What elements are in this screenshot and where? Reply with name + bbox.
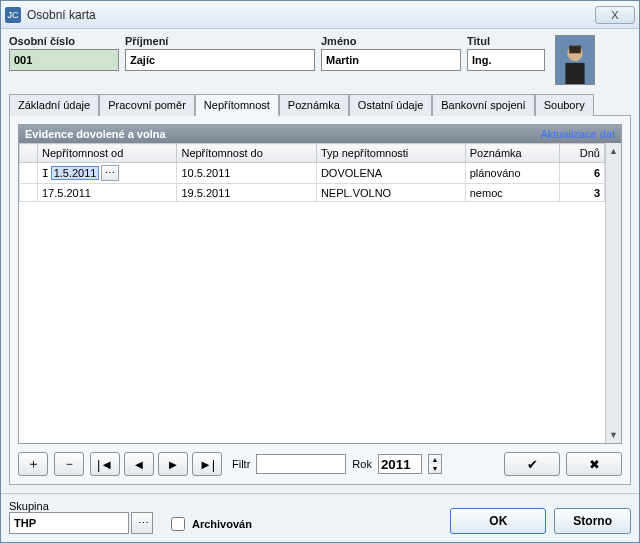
cell-pozn[interactable]: nemoc xyxy=(465,184,559,202)
input-prijmeni[interactable] xyxy=(125,49,315,71)
table-row[interactable]: 17.5.2011 19.5.2011 NEPL.VOLNO nemoc 3 xyxy=(20,184,605,202)
tab-bankovni-spojeni[interactable]: Bankovní spojení xyxy=(432,94,534,116)
archiv-checkbox-wrap: Archivován xyxy=(167,514,252,534)
close-button[interactable]: X xyxy=(595,6,635,24)
filter-label: Filtr xyxy=(232,458,250,470)
tab-zakladni-udaje[interactable]: Základní údaje xyxy=(9,94,99,116)
check-icon: ✔ xyxy=(527,457,538,472)
label-titul: Titul xyxy=(467,35,545,47)
tab-pracovni-pomer[interactable]: Pracovní poměr xyxy=(99,94,195,116)
col-do[interactable]: Nepřítomnost do xyxy=(177,144,316,163)
input-osobni-cislo[interactable] xyxy=(9,49,119,71)
col-typ[interactable]: Typ nepřítomnosti xyxy=(316,144,465,163)
photo xyxy=(555,35,595,85)
app-icon: JC xyxy=(5,7,21,23)
input-skupina[interactable] xyxy=(9,512,129,534)
tab-poznamka[interactable]: Poznámka xyxy=(279,94,349,116)
titlebar: JC Osobní karta X xyxy=(1,1,639,29)
grid-table: Nepřítomnost od Nepřítomnost do Typ nepř… xyxy=(19,143,605,202)
tab-panel: Evidence dovolené a volna Aktualizace da… xyxy=(9,115,631,485)
year-input[interactable] xyxy=(378,454,422,474)
remove-button[interactable]: － xyxy=(54,452,84,476)
field-jmeno: Jméno xyxy=(321,35,461,71)
grid-scroll: Nepřítomnost od Nepřítomnost do Typ nepř… xyxy=(19,143,621,443)
archiv-label: Archivován xyxy=(192,518,252,530)
col-dnu[interactable]: Dnů xyxy=(559,144,604,163)
year-spinner[interactable]: ▲ ▼ xyxy=(428,454,442,474)
skupina-picker-button[interactable]: ⋯ xyxy=(131,512,153,534)
field-titul: Titul xyxy=(467,35,545,71)
cancel-edit-button[interactable]: ✖ xyxy=(566,452,622,476)
first-icon: |◄ xyxy=(97,457,113,472)
grid-refresh-link[interactable]: Aktualizace dat xyxy=(540,128,615,140)
date-picker-button[interactable]: ⋯ xyxy=(101,165,119,181)
input-jmeno[interactable] xyxy=(321,49,461,71)
col-pozn[interactable]: Poznámka xyxy=(465,144,559,163)
field-skupina: Skupina ⋯ xyxy=(9,500,153,534)
first-button[interactable]: |◄ xyxy=(90,452,120,476)
spin-up-icon[interactable]: ▲ xyxy=(429,455,441,464)
ok-button[interactable]: OK xyxy=(450,508,546,534)
last-button[interactable]: ►| xyxy=(192,452,222,476)
label-skupina: Skupina xyxy=(9,500,153,512)
cell-od[interactable]: I 1.5.2011 ⋯ xyxy=(38,163,177,184)
row-header xyxy=(20,184,38,202)
tab-nepritomnost[interactable]: Nepřítomnost xyxy=(195,94,279,116)
window-title: Osobní karta xyxy=(27,8,595,22)
cell-do[interactable]: 19.5.2011 xyxy=(177,184,316,202)
next-button[interactable]: ► xyxy=(158,452,188,476)
confirm-button[interactable]: ✔ xyxy=(504,452,560,476)
plus-icon: ＋ xyxy=(27,455,40,473)
scroll-down-icon[interactable]: ▼ xyxy=(608,429,620,441)
add-button[interactable]: ＋ xyxy=(18,452,48,476)
spin-down-icon[interactable]: ▼ xyxy=(429,464,441,473)
tab-ostatni-udaje[interactable]: Ostatní údaje xyxy=(349,94,432,116)
cell-pozn[interactable]: plánováno xyxy=(465,163,559,184)
field-osobni-cislo: Osobní číslo xyxy=(9,35,119,71)
filter-input[interactable] xyxy=(256,454,346,474)
last-icon: ►| xyxy=(199,457,215,472)
scroll-up-icon[interactable]: ▲ xyxy=(608,145,620,157)
cell-typ[interactable]: NEPL.VOLNO xyxy=(316,184,465,202)
archiv-checkbox[interactable] xyxy=(171,517,185,531)
prev-icon: ◄ xyxy=(133,457,146,472)
cell-typ[interactable]: DOVOLENA xyxy=(316,163,465,184)
cell-dnu[interactable]: 6 xyxy=(559,163,604,184)
vertical-scrollbar[interactable]: ▲ ▼ xyxy=(605,143,621,443)
close-icon: X xyxy=(611,9,618,21)
label-prijmeni: Příjmení xyxy=(125,35,315,47)
body: Osobní číslo Příjmení Jméno Titul Základ… xyxy=(1,29,639,493)
input-titul[interactable] xyxy=(467,49,545,71)
year-label: Rok xyxy=(352,458,372,470)
edit-cursor-icon: I xyxy=(42,167,49,180)
cross-icon: ✖ xyxy=(589,457,600,472)
table-row[interactable]: I 1.5.2011 ⋯ 10.5.2011 DOVOLENA plánován… xyxy=(20,163,605,184)
window: JC Osobní karta X Osobní číslo Příjmení … xyxy=(0,0,640,543)
grid-title-text: Evidence dovolené a volna xyxy=(25,128,166,140)
grid-toolbar: ＋ － |◄ ◄ ► ►| Filtr Rok ▲ ▼ ✔ ✖ xyxy=(18,452,622,476)
row-header xyxy=(20,163,38,184)
prev-button[interactable]: ◄ xyxy=(124,452,154,476)
cell-dnu[interactable]: 3 xyxy=(559,184,604,202)
cell-od[interactable]: 17.5.2011 xyxy=(38,184,177,202)
bottom-bar: Skupina ⋯ Archivován OK Storno xyxy=(1,493,639,542)
field-prijmeni: Příjmení xyxy=(125,35,315,71)
tab-soubory[interactable]: Soubory xyxy=(535,94,594,116)
next-icon: ► xyxy=(167,457,180,472)
top-fields: Osobní číslo Příjmení Jméno Titul xyxy=(9,35,631,85)
cell-od-value[interactable]: 1.5.2011 xyxy=(51,166,100,180)
storno-button[interactable]: Storno xyxy=(554,508,631,534)
nav-group: |◄ ◄ ► ►| xyxy=(90,452,222,476)
cell-do[interactable]: 10.5.2011 xyxy=(177,163,316,184)
grid: Evidence dovolené a volna Aktualizace da… xyxy=(18,124,622,444)
col-rowheader xyxy=(20,144,38,163)
label-osobni-cislo: Osobní číslo xyxy=(9,35,119,47)
tabs: Základní údaje Pracovní poměr Nepřítomno… xyxy=(9,93,631,115)
grid-title: Evidence dovolené a volna Aktualizace da… xyxy=(19,125,621,143)
minus-icon: － xyxy=(63,455,76,473)
label-jmeno: Jméno xyxy=(321,35,461,47)
col-od[interactable]: Nepřítomnost od xyxy=(38,144,177,163)
